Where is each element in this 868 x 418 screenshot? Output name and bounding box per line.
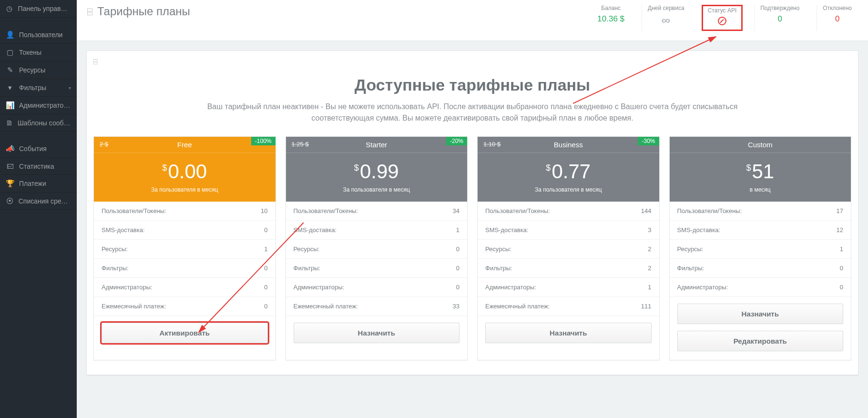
feature-value: 144 [641, 207, 652, 214]
currency-icon: $ [354, 163, 359, 173]
sidebar-item-3[interactable]: ▢Токены [0, 44, 77, 61]
feature-label: SMS-доставка: [485, 226, 529, 234]
plan-feature-users: Пользователи/Токены:10 [94, 202, 276, 221]
plan-button-назначить[interactable]: Назначить [485, 323, 652, 343]
stat-value: 10.36 $ [597, 14, 624, 24]
feature-label: Ежемесячный платеж: [102, 303, 166, 310]
feature-label: Администраторы: [294, 284, 345, 291]
plan-head: Custom$51в месяц [670, 137, 851, 202]
page-title-text: Тарифные планы [97, 5, 190, 18]
plan-button-редактировать[interactable]: Редактировать [677, 331, 844, 351]
plan-name-row: Custom [670, 137, 851, 153]
plan-feature-monthly: Ежемесячный платеж:0 [94, 297, 276, 316]
feature-value: 0 [840, 265, 843, 272]
plan-name: Custom [748, 141, 773, 149]
plan-feature-monthly: Ежемесячный платеж:111 [478, 297, 659, 316]
plan-actions: Активировать [94, 316, 276, 352]
sidebar-icon: 👤 [6, 31, 14, 39]
feature-value: 33 [453, 303, 460, 310]
plan-price-value: 0.99 [360, 160, 399, 183]
sidebar-item-label: События [19, 145, 47, 153]
feature-label: Пользователи/Токены: [485, 207, 550, 214]
sidebar-item-6[interactable]: 📊Администраторы [0, 97, 77, 114]
plan-price: $51в месяц [670, 153, 851, 202]
sidebar-item-0[interactable]: ◷Панель управления [0, 0, 77, 18]
feature-value: 1 [264, 245, 267, 253]
sidebar-spacer [0, 18, 77, 26]
stat-label: Подтверждено [760, 5, 799, 11]
sidebar-spacer [0, 132, 77, 140]
sidebar-item-2[interactable]: 👤Пользователи [0, 26, 77, 44]
plan-feature-resources: Ресурсы:2 [478, 240, 659, 259]
sidebar-item-label: Шаблоны сообщений [18, 119, 71, 127]
sidebar-item-4[interactable]: ✎Ресурсы [0, 61, 77, 79]
feature-value: 3 [648, 226, 651, 234]
sidebar-icon: 📣 [6, 144, 14, 153]
plan-name-row: 1.25 $Starter-20% [286, 137, 468, 153]
plan-feature-admins: Администраторы:0 [670, 278, 851, 297]
sidebar-item-12[interactable]: ⦿Списания средств [0, 193, 77, 210]
feature-label: Пользователи/Токены: [102, 207, 166, 214]
sidebar-item-11[interactable]: 🏆Платежи [0, 175, 77, 193]
section-description: Ваш тарифный план неактивен - Вы не може… [198, 101, 746, 124]
feature-value: 1 [456, 226, 460, 234]
sidebar-icon: ▢ [6, 48, 14, 57]
header-stats: Баланс10.36 $Дней сервиса∞Статус APIПодт… [592, 5, 858, 31]
sidebar-item-7[interactable]: 🗎Шаблоны сообщений [0, 114, 77, 132]
stat-value: ∞ [662, 14, 670, 27]
sidebar-icon: 🗠 [6, 162, 14, 170]
plan-feature-users: Пользователи/Токены:144 [478, 202, 659, 221]
sidebar-item-label: Администраторы [19, 102, 71, 109]
header-stat-1: Дней сервиса∞ [642, 5, 690, 31]
feature-label: Ежемесячный платеж: [485, 303, 550, 310]
plan-feature-admins: Администраторы:0 [94, 278, 276, 297]
feature-label: Ресурсы: [677, 245, 704, 253]
sidebar-item-10[interactable]: 🗠Статистика [0, 158, 77, 175]
plan-amount: $0.00 [94, 162, 276, 182]
money-icon: ⌸ [87, 7, 92, 17]
feature-value: 2 [648, 245, 651, 253]
feature-value: 111 [641, 303, 652, 310]
plan-head: 2 $Free-100%$0.00За пользователя в месяц [94, 137, 276, 202]
feature-value: 1 [840, 245, 843, 253]
plan-amount: $0.77 [478, 162, 659, 182]
plan-head: 1.25 $Starter-20%$0.99За пользователя в … [286, 137, 468, 202]
plan-button-активировать[interactable]: Активировать [102, 323, 268, 343]
sidebar-icon: ▾ [6, 83, 14, 92]
plan-button-назначить[interactable]: Назначить [294, 323, 460, 343]
sidebar-item-label: Списания средств [19, 197, 71, 205]
money-icon: ⌸ [93, 58, 97, 65]
plan-discount-badge: -100% [251, 137, 276, 145]
plan-feature-sms: SMS-доставка:3 [478, 221, 659, 240]
feature-label: Фильтры: [294, 265, 321, 272]
feature-label: SMS-доставка: [102, 226, 145, 234]
plan-name: Free [177, 141, 192, 149]
plan-feature-sms: SMS-доставка:12 [670, 221, 851, 240]
plan-feature-resources: Ресурсы:1 [670, 240, 851, 259]
feature-value: 34 [453, 207, 460, 214]
feature-value: 0 [456, 284, 460, 291]
sidebar-item-5[interactable]: ▾Фильтры▾ [0, 79, 77, 97]
plan-price-value: 0.00 [168, 160, 207, 183]
feature-value: 0 [264, 303, 267, 310]
sidebar-item-9[interactable]: 📣События [0, 140, 77, 158]
plans-card: ⌸ Доступные тарифные планы Ваш тарифный … [86, 51, 858, 375]
forbidden-icon [718, 17, 726, 25]
plan-discount-badge: -30% [638, 137, 659, 145]
plan-actions: НазначитьРедактировать [670, 297, 851, 360]
plan-amount: $0.99 [286, 162, 468, 182]
plan-feature-filters: Фильтры:2 [478, 259, 659, 278]
sidebar-icon: 📊 [6, 101, 14, 110]
feature-label: Фильтры: [677, 265, 705, 272]
header-stat-0: Баланс10.36 $ [592, 5, 630, 31]
plan-actions: Назначить [286, 316, 468, 352]
stat-value: 0 [835, 14, 839, 24]
sidebar-icon: ◷ [6, 4, 13, 13]
feature-label: Пользователи/Токены: [677, 207, 742, 214]
page-title: ⌸ Тарифные планы [87, 5, 190, 18]
plan-feature-admins: Администраторы:0 [286, 278, 468, 297]
plan-name: Starter [366, 141, 387, 149]
plan-old-price: 1.10 $ [483, 141, 500, 148]
stat-label: Баланс [601, 5, 621, 11]
plan-button-назначить[interactable]: Назначить [677, 304, 844, 324]
